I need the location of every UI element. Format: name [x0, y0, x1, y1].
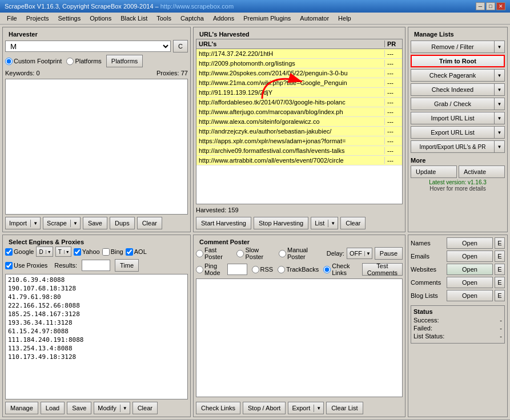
list-dropdown[interactable]: List ▼ — [311, 217, 338, 229]
check-links-radio[interactable]: Check Links — [323, 262, 353, 276]
modify-dropdown[interactable]: Modify ▼ — [94, 402, 130, 414]
export-url-arrow[interactable]: ▼ — [494, 127, 504, 138]
export-url-button[interactable]: Export URL List ▼ — [411, 126, 505, 139]
platforms-radio[interactable]: Platforms — [66, 58, 101, 65]
trim-root-button[interactable]: Trim to Root — [411, 55, 505, 67]
proxy-clear-button[interactable]: Clear — [132, 402, 158, 414]
url-list[interactable]: http://174.37.242.220/1htH---http://2009… — [196, 49, 403, 204]
menu-options[interactable]: Options — [85, 14, 116, 23]
emails-e-button[interactable]: E — [495, 251, 505, 262]
emails-open-button[interactable]: Open — [447, 251, 493, 262]
fast-poster-radio[interactable]: Fast Poster — [196, 247, 230, 260]
ping-mode-radio[interactable]: Ping Mode — [196, 262, 223, 276]
check-pagerank-button[interactable]: Check Pagerank ▼ — [411, 69, 505, 82]
comments-open-button[interactable]: Open — [447, 277, 493, 288]
proxy-item[interactable]: 190.107.68.18:3128 — [8, 284, 185, 293]
comments-e-button[interactable]: E — [495, 277, 505, 288]
import-export-arrow[interactable]: ▼ — [494, 141, 504, 152]
time-button[interactable]: Time — [115, 259, 139, 272]
proxy-item[interactable]: 113.254.13.4:8088 — [8, 344, 185, 353]
url-row[interactable]: http://affordableseo.tk/2014/07/03/googl… — [196, 98, 402, 107]
menu-settings[interactable]: Settings — [53, 14, 85, 23]
c-button[interactable]: C — [173, 40, 188, 52]
import-dropdown[interactable]: Import ▼ — [5, 217, 41, 229]
menu-help[interactable]: Help — [334, 14, 356, 23]
blog-lists-e-button[interactable]: E — [495, 290, 505, 301]
menu-blacklist[interactable]: Black List — [116, 14, 152, 23]
import-export-button[interactable]: Import/Export URL's & PR ▼ — [411, 140, 505, 153]
keywords-textarea[interactable] — [5, 79, 188, 215]
test-comments-button[interactable]: Test Comments — [362, 263, 403, 276]
names-open-button[interactable]: Open — [447, 237, 493, 249]
scrape-arrow[interactable]: ▼ — [70, 220, 80, 227]
google-checkbox[interactable]: Google — [5, 248, 34, 256]
proxy-item[interactable]: 222.166.152.66:8088 — [8, 301, 185, 310]
proxy-item[interactable]: 41.79.61.98:80 — [8, 293, 185, 301]
export-arrow[interactable]: ▼ — [314, 405, 323, 412]
url-row[interactable]: http://www.alexa.com/siteinfo/goralewicz… — [196, 117, 402, 127]
update-button[interactable]: Update — [411, 165, 457, 178]
load-button[interactable]: Load — [41, 402, 65, 414]
modify-arrow[interactable]: ▼ — [120, 405, 130, 412]
clear-list-button[interactable]: Clear List — [326, 402, 363, 414]
grab-check-arrow[interactable]: ▼ — [494, 98, 504, 110]
activate-button[interactable]: Activate — [459, 165, 505, 178]
check-indexed-arrow[interactable]: ▼ — [494, 84, 504, 95]
save-button[interactable]: Save — [83, 217, 107, 229]
proxy-item[interactable]: 210.6.39.4:8088 — [8, 276, 185, 284]
comment-area[interactable] — [196, 278, 403, 397]
proxy-list[interactable]: 210.6.39.4:8088190.107.68.18:312841.79.6… — [5, 274, 188, 399]
remove-filter-button[interactable]: Remove / Filter ▼ — [411, 41, 505, 53]
url-row[interactable]: http://andrzejczyk.eu/author/sebastian-j… — [196, 127, 402, 136]
proxy-item[interactable]: 110.173.49.18:3128 — [8, 353, 185, 361]
platforms-button[interactable]: Platforms — [106, 55, 143, 67]
slow-poster-radio[interactable]: Slow Poster — [236, 247, 272, 260]
start-harvesting-button[interactable]: Start Harvesting — [196, 217, 251, 229]
harvester-clear-button[interactable]: Clear — [137, 217, 162, 229]
ping-value-input[interactable]: 10 — [227, 264, 247, 275]
scrape-dropdown[interactable]: Scrape ▼ — [43, 217, 81, 229]
harvester-mode-select[interactable]: M — [5, 41, 171, 52]
menu-projects[interactable]: Projects — [22, 14, 54, 23]
d-dropdown[interactable]: D ▼ — [36, 247, 53, 257]
remove-filter-arrow[interactable]: ▼ — [494, 41, 504, 52]
url-row[interactable]: http://www.artrabbit.com/all/events/even… — [196, 156, 402, 165]
url-row[interactable]: http://174.37.242.220/1htH--- — [196, 49, 402, 59]
grab-check-button[interactable]: Grab / Check ▼ — [411, 98, 505, 110]
menu-addons[interactable]: Addons — [208, 14, 239, 23]
check-links-button[interactable]: Check Links — [196, 402, 240, 414]
menu-file[interactable]: File — [2, 14, 22, 23]
url-row[interactable]: http://www.21ma.com/wiki.php?title=Googl… — [196, 78, 402, 88]
list-arrow[interactable]: ▼ — [328, 220, 338, 227]
menu-captcha[interactable]: Captcha — [176, 14, 208, 23]
import-url-button[interactable]: Import URL List ▼ — [411, 112, 505, 124]
proxy-item[interactable]: 193.36.34.11:3128 — [8, 318, 185, 327]
trackbacks-radio[interactable]: TrackBacks — [278, 266, 319, 273]
menu-premium[interactable]: Premium Plugins — [239, 14, 295, 23]
url-row[interactable]: http://archive09.formatfestival.com/flas… — [196, 146, 402, 156]
url-row[interactable]: http://www.20spokes.com/2014/05/22/pengu… — [196, 68, 402, 78]
minimize-button[interactable]: ─ — [476, 2, 485, 10]
proxy-item[interactable]: 111.184.240.191:8088 — [8, 336, 185, 344]
check-pagerank-arrow[interactable]: ▼ — [494, 70, 504, 81]
proxy-item[interactable]: 61.15.24.97:8088 — [8, 327, 185, 336]
pause-button[interactable]: Pause — [375, 247, 403, 260]
bing-checkbox[interactable]: Bing — [102, 248, 123, 256]
import-url-arrow[interactable]: ▼ — [494, 112, 504, 124]
stop-harvesting-button[interactable]: Stop Harvesting — [254, 217, 308, 229]
check-indexed-button[interactable]: Check Indexed ▼ — [411, 83, 505, 96]
url-row[interactable]: https://apps.xplr.com/xplr/news/adam+jon… — [196, 136, 402, 146]
use-proxies-checkbox[interactable]: Use Proxies — [5, 262, 47, 269]
blog-lists-open-button[interactable]: Open — [447, 290, 493, 301]
maximize-button[interactable]: □ — [486, 2, 495, 10]
stop-abort-button[interactable]: Stop / Abort — [243, 402, 286, 414]
delay-dropdown[interactable]: OFF ▼ — [347, 248, 372, 259]
menu-tools[interactable]: Tools — [152, 14, 176, 23]
websites-e-button[interactable]: E — [495, 264, 505, 275]
menu-automator[interactable]: Automator — [295, 14, 334, 23]
rss-radio[interactable]: RSS — [252, 266, 274, 273]
aol-checkbox[interactable]: AOL — [126, 248, 147, 256]
url-row[interactable]: http://www.afterjugo.com/marcopavan/blog… — [196, 107, 402, 117]
names-e-button[interactable]: E — [495, 237, 505, 249]
t-dropdown[interactable]: T ▼ — [55, 247, 71, 257]
